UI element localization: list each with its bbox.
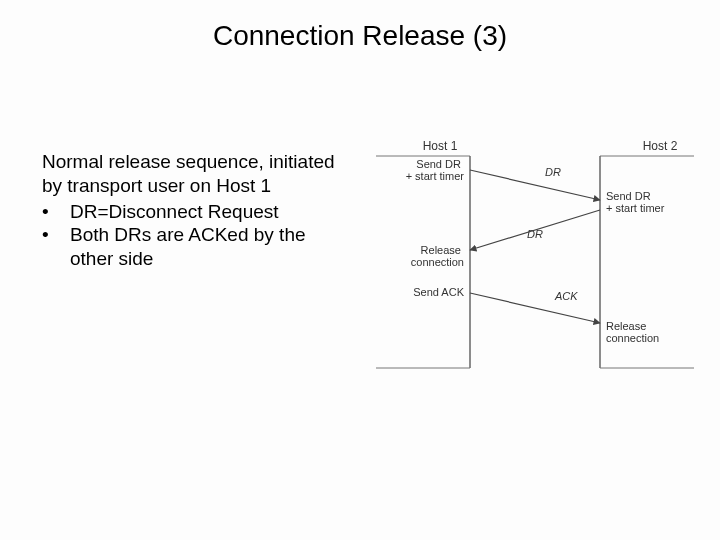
- svg-line-8: [470, 293, 600, 323]
- slide-title: Connection Release (3): [0, 20, 720, 52]
- left-event: Release connection: [411, 244, 464, 268]
- message-label: ACK: [554, 290, 578, 302]
- list-item: • Both DRs are ACKed by the other side: [42, 223, 352, 271]
- intro-paragraph: Normal release sequence, initiated by tr…: [42, 150, 352, 198]
- right-event: Release connection: [606, 320, 659, 344]
- right-event: Send DR + start timer: [606, 190, 665, 214]
- svg-line-6: [470, 170, 600, 200]
- bullet-text: DR=Disconnect Request: [70, 200, 352, 224]
- host1-label: Host 1: [423, 139, 458, 153]
- left-event: Send DR + start timer: [406, 158, 465, 182]
- bullet-text: Both DRs are ACKed by the other side: [70, 223, 352, 271]
- host2-label: Host 2: [643, 139, 678, 153]
- sequence-diagram: Host 1 Host 2 DR Send DR + start timer S…: [370, 138, 700, 388]
- bullet-list: • DR=Disconnect Request • Both DRs are A…: [42, 200, 352, 271]
- message-label: DR: [545, 166, 561, 178]
- bullet-marker: •: [42, 223, 70, 247]
- left-event: Send ACK: [413, 286, 464, 298]
- body-text-block: Normal release sequence, initiated by tr…: [42, 150, 352, 271]
- list-item: • DR=Disconnect Request: [42, 200, 352, 224]
- message-label: DR: [527, 228, 543, 240]
- bullet-marker: •: [42, 200, 70, 224]
